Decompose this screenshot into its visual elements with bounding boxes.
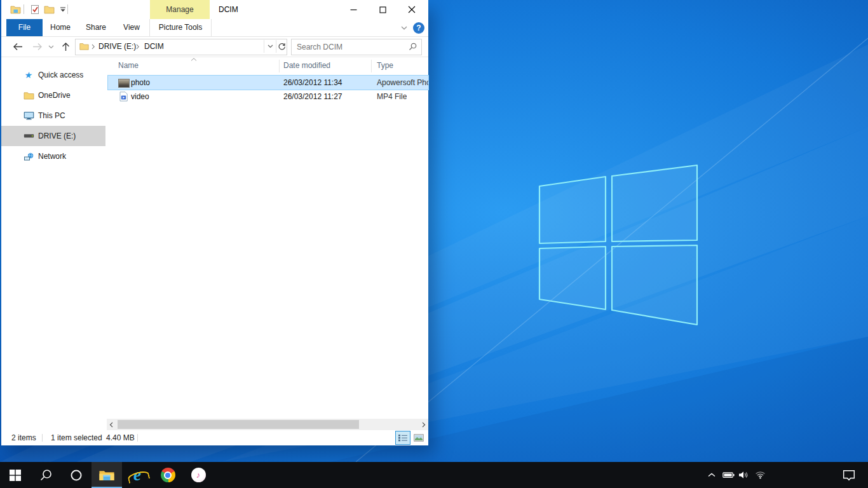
contextual-tab-group[interactable]: Manage <box>150 0 210 19</box>
chevron-right-icon <box>422 422 426 428</box>
file-type: Apowersoft Pho <box>377 76 428 90</box>
column-header-type[interactable]: Type <box>377 61 393 70</box>
column-header-name[interactable]: Name <box>118 61 139 70</box>
explorer-window-icon[interactable] <box>10 4 21 15</box>
selection-count: 1 item selected <box>51 430 102 445</box>
search-input[interactable] <box>295 41 406 53</box>
breadcrumb-folder[interactable]: DCIM <box>144 39 164 53</box>
action-center-icon <box>843 470 855 481</box>
details-view-icon <box>398 434 408 442</box>
details-view-button[interactable] <box>396 431 410 444</box>
qat-properties-button[interactable] <box>29 4 41 15</box>
file-type: MP4 File <box>377 90 407 104</box>
action-center-button[interactable] <box>836 462 862 488</box>
tab-share[interactable]: Share <box>78 19 114 36</box>
mp4-file-icon <box>119 92 128 102</box>
taskbar-file-explorer-button[interactable] <box>92 462 122 488</box>
hard-drive-icon <box>23 133 34 139</box>
qat-new-folder-button[interactable] <box>43 4 55 15</box>
start-button[interactable] <box>0 462 31 488</box>
chrome-button[interactable] <box>153 462 183 488</box>
minimize-icon <box>350 6 357 13</box>
sidebar-item-this-pc[interactable]: This PC <box>1 105 105 126</box>
tab-view[interactable]: View <box>114 19 149 36</box>
file-name: photo <box>131 76 150 90</box>
scroll-right-button[interactable] <box>419 419 428 430</box>
cortana-button[interactable] <box>61 462 92 488</box>
file-explorer-icon <box>98 469 115 482</box>
help-button[interactable]: ? <box>413 22 424 34</box>
speaker-icon <box>738 471 749 479</box>
expand-ribbon-button[interactable] <box>399 24 409 32</box>
address-divider <box>276 40 276 53</box>
folder-icon <box>10 5 21 14</box>
status-bar: 2 items 1 item selected 4.40 MB <box>1 430 428 445</box>
internet-explorer-button[interactable]: e <box>122 462 153 488</box>
wifi-icon <box>755 471 766 479</box>
selection-size: 4.40 MB <box>106 430 135 445</box>
chevron-left-icon <box>109 422 113 428</box>
breadcrumb-chevron[interactable] <box>92 39 95 53</box>
forward-button[interactable] <box>32 42 43 51</box>
sort-ascending-icon <box>191 58 197 61</box>
sidebar-item-drive-e[interactable]: DRIVE (E:) <box>1 126 105 146</box>
itunes-button[interactable]: ♪ <box>183 462 214 488</box>
title-bar[interactable]: Manage DCIM <box>1 0 428 19</box>
tab-file[interactable]: File <box>6 19 43 36</box>
maximize-icon <box>379 6 386 13</box>
refresh-button[interactable] <box>277 39 286 53</box>
column-resize-handle[interactable] <box>279 60 280 72</box>
dropdown-arrow-icon <box>60 7 66 13</box>
sidebar-item-label: This PC <box>38 111 65 120</box>
address-folder-icon <box>79 39 89 53</box>
horizontal-scrollbar[interactable] <box>107 419 428 430</box>
column-header-date-modified[interactable]: Date modified <box>283 61 330 70</box>
chevron-down-icon <box>268 44 273 48</box>
scroll-left-button[interactable] <box>107 419 116 430</box>
search-icon <box>39 469 52 482</box>
back-button[interactable] <box>11 42 23 51</box>
chevron-right-icon <box>92 44 95 50</box>
file-row-photo[interactable]: photo 26/03/2012 11:34 Apowersoft Pho <box>108 76 428 90</box>
address-dropdown-button[interactable] <box>266 39 275 53</box>
sidebar-item-onedrive[interactable]: OneDrive <box>1 85 105 105</box>
breadcrumb-drive[interactable]: DRIVE (E:) <box>98 39 136 53</box>
breadcrumb-chevron[interactable] <box>136 39 140 53</box>
battery-tray-icon[interactable] <box>721 462 736 488</box>
file-row-video[interactable]: video 26/03/2012 11:27 MP4 File <box>108 90 428 104</box>
qat-separator <box>24 4 24 14</box>
tab-home[interactable]: Home <box>43 19 78 36</box>
large-icons-view-button[interactable] <box>412 431 426 444</box>
maximize-button[interactable] <box>372 0 393 19</box>
search-box[interactable] <box>291 39 422 55</box>
file-name: video <box>131 90 149 104</box>
close-button[interactable] <box>402 0 422 19</box>
wifi-tray-icon[interactable] <box>752 462 768 488</box>
sidebar-item-network[interactable]: Network <box>1 146 105 166</box>
computer-monitor-icon <box>23 111 34 120</box>
tab-picture-tools[interactable]: Picture Tools <box>149 19 212 36</box>
up-button[interactable] <box>60 42 71 51</box>
windows-start-icon <box>10 470 21 481</box>
status-divider <box>137 434 138 442</box>
taskbar-search-button[interactable] <box>31 462 61 488</box>
volume-tray-icon[interactable] <box>736 462 751 488</box>
itunes-icon: ♪ <box>191 468 206 482</box>
minimize-button[interactable] <box>343 0 363 19</box>
sidebar-item-label: OneDrive <box>38 91 71 100</box>
file-explorer-window: Manage DCIM File Home Share View Picture… <box>1 0 428 445</box>
show-hidden-icons-button[interactable] <box>704 462 719 488</box>
chevron-up-icon <box>708 473 715 477</box>
items-count: 2 items <box>11 430 36 445</box>
network-globe-icon <box>23 152 34 161</box>
taskbar: e ♪ <box>0 462 868 488</box>
sidebar-item-label: Network <box>38 152 66 161</box>
address-bar[interactable]: DRIVE (E:) DCIM <box>75 39 287 55</box>
quick-access-star-icon: ★ <box>22 70 35 80</box>
sidebar-item-quick-access[interactable]: ★ Quick access <box>1 65 105 85</box>
search-icon[interactable] <box>409 43 417 51</box>
recent-locations-dropdown[interactable] <box>47 42 55 51</box>
address-divider <box>264 40 264 53</box>
scrollbar-thumb[interactable] <box>118 420 359 429</box>
column-resize-handle[interactable] <box>371 60 372 72</box>
